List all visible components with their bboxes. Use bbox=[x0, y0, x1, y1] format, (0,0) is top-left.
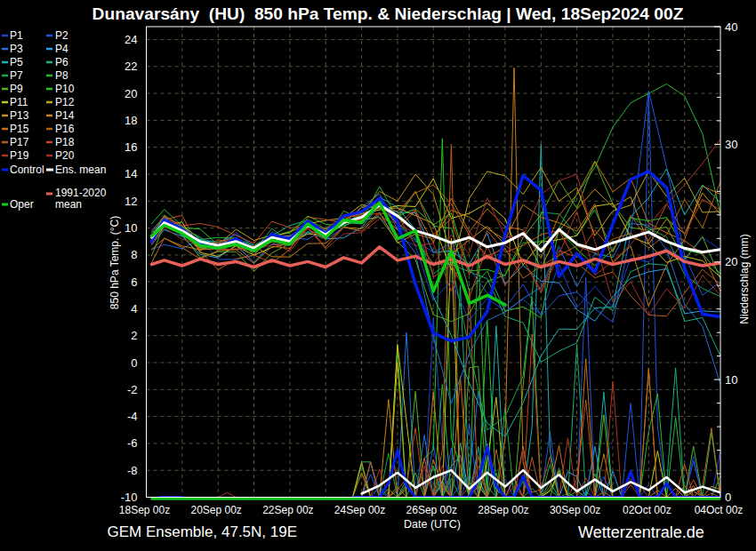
svg-text:12: 12 bbox=[125, 195, 137, 208]
svg-text:P16: P16 bbox=[55, 123, 75, 135]
svg-text:P1: P1 bbox=[10, 29, 23, 42]
svg-text:P5: P5 bbox=[10, 56, 23, 68]
svg-text:GEM Ensemble, 47.5N, 19E: GEM Ensemble, 47.5N, 19E bbox=[108, 523, 298, 540]
svg-text:-2: -2 bbox=[127, 383, 138, 396]
svg-text:2: 2 bbox=[131, 329, 137, 342]
svg-text:02Oct 00z: 02Oct 00z bbox=[623, 504, 672, 516]
svg-text:16: 16 bbox=[125, 140, 137, 154]
svg-text:30Sep 00z: 30Sep 00z bbox=[550, 504, 600, 516]
svg-text:-10: -10 bbox=[121, 491, 138, 504]
svg-text:P3: P3 bbox=[10, 43, 23, 55]
svg-text:04Oct 00z: 04Oct 00z bbox=[695, 504, 744, 516]
svg-text:22: 22 bbox=[125, 60, 137, 73]
svg-text:P6: P6 bbox=[55, 56, 68, 68]
svg-text:1991-2020: 1991-2020 bbox=[55, 187, 107, 199]
svg-text:Oper: Oper bbox=[10, 198, 34, 211]
svg-text:-6: -6 bbox=[127, 436, 138, 450]
svg-text:P2: P2 bbox=[55, 29, 68, 42]
svg-text:P14: P14 bbox=[55, 109, 75, 122]
svg-text:28Sep 00z: 28Sep 00z bbox=[478, 504, 528, 516]
svg-text:0: 0 bbox=[725, 491, 731, 504]
svg-text:P10: P10 bbox=[55, 83, 75, 95]
svg-text:Niederschlag (mm): Niederschlag (mm) bbox=[738, 234, 751, 323]
svg-text:Dunavarsány (HU) 850 hPa Tem: Dunavarsány (HU) 850 hPa Temp. & Nieders… bbox=[92, 4, 684, 23]
svg-text:P19: P19 bbox=[10, 149, 29, 162]
svg-text:20: 20 bbox=[125, 87, 137, 100]
svg-text:P15: P15 bbox=[10, 123, 29, 135]
svg-text:14: 14 bbox=[125, 167, 137, 180]
svg-text:850 hPa Temp. (°C): 850 hPa Temp. (°C) bbox=[109, 216, 121, 309]
svg-text:Ens. mean: Ens. mean bbox=[55, 164, 106, 176]
svg-text:P11: P11 bbox=[10, 96, 28, 108]
svg-text:-8: -8 bbox=[127, 464, 138, 477]
svg-text:P8: P8 bbox=[55, 69, 68, 82]
svg-text:10: 10 bbox=[725, 373, 737, 387]
svg-text:Control: Control bbox=[10, 164, 44, 176]
svg-text:18: 18 bbox=[125, 114, 137, 127]
svg-text:10: 10 bbox=[125, 221, 137, 235]
svg-text:P13: P13 bbox=[10, 109, 29, 122]
svg-text:0: 0 bbox=[131, 356, 137, 370]
svg-text:18Sep 00z: 18Sep 00z bbox=[119, 504, 170, 516]
svg-text:20Sep 00z: 20Sep 00z bbox=[190, 504, 241, 516]
svg-text:24Sep 00z: 24Sep 00z bbox=[334, 504, 385, 516]
svg-text:6: 6 bbox=[131, 276, 137, 289]
svg-text:30: 30 bbox=[725, 138, 737, 151]
svg-text:P18: P18 bbox=[55, 136, 75, 148]
svg-text:P17: P17 bbox=[10, 136, 29, 148]
svg-text:Date (UTC): Date (UTC) bbox=[404, 518, 461, 531]
svg-text:P12: P12 bbox=[55, 96, 75, 108]
svg-text:mean: mean bbox=[55, 198, 82, 211]
svg-text:20: 20 bbox=[725, 255, 737, 268]
svg-text:8: 8 bbox=[131, 248, 137, 261]
svg-text:P20: P20 bbox=[55, 149, 75, 162]
svg-text:22Sep 00z: 22Sep 00z bbox=[262, 504, 313, 516]
svg-text:P7: P7 bbox=[10, 69, 23, 82]
svg-text:-4: -4 bbox=[127, 410, 138, 423]
svg-text:P4: P4 bbox=[55, 43, 68, 55]
svg-text:40: 40 bbox=[725, 20, 737, 34]
svg-text:P9: P9 bbox=[10, 83, 23, 95]
svg-text:4: 4 bbox=[131, 302, 137, 315]
svg-text:Wetterzentrale.de: Wetterzentrale.de bbox=[578, 523, 704, 541]
svg-text:26Sep 00z: 26Sep 00z bbox=[406, 504, 457, 516]
svg-text:24: 24 bbox=[125, 33, 137, 46]
